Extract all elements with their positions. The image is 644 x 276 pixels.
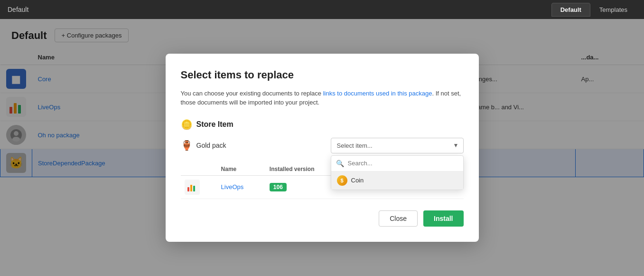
modal-footer: Close Install [181,210,464,227]
dep-name-link[interactable]: LiveOps [221,183,244,190]
store-item-icon: 🪙 [181,119,193,130]
item-select[interactable]: Select item... [331,138,464,153]
modal-description: You can choose your existing documents t… [181,89,464,107]
dep-col-name: Name [217,163,266,176]
dropdown-popup: 🔍 $ Coin [331,155,464,190]
dep-col-icon [181,163,217,176]
dep-icon-cell [181,175,217,199]
item-label: 🏺 Gold pack [181,140,226,151]
select-wrapper: Select item... ▼ 🔍 $ Coin [331,138,464,153]
modal-title: Select items to replace [181,69,464,81]
dropdown-option-coin[interactable]: $ Coin [331,171,463,190]
dep-name-cell: LiveOps [217,175,266,199]
coin-label: Coin [351,177,364,184]
search-icon: 🔍 [336,160,344,167]
top-bar-title: Default [8,6,28,13]
modal-overlay: Select items to replace You can choose y… [0,19,644,276]
gold-pack-icon: 🏺 [181,140,193,151]
search-wrapper: 🔍 [331,156,463,171]
tab-default[interactable]: Default [551,3,590,17]
modal-dialog: Select items to replace You can choose y… [166,54,479,242]
svg-rect-6 [187,187,189,191]
dep-pkg-icon [185,180,200,195]
coin-icon: $ [337,175,347,186]
top-bar: Default Default Templates [0,0,644,19]
svg-rect-7 [190,185,192,191]
item-row-gold-pack: 🏺 Gold pack Select item... ▼ 🔍 [181,138,464,153]
close-button[interactable]: Close [379,210,418,227]
main-area: Default + Configure packages Name Instal… [0,19,644,276]
dep-installed-badge: 106 [270,183,287,191]
svg-rect-8 [193,186,195,191]
tab-templates[interactable]: Templates [590,3,636,17]
search-input[interactable] [348,160,458,167]
store-item-section-header: 🪙 Store Item [181,119,464,130]
install-button[interactable]: Install [423,210,463,227]
store-item-label: Store Item [196,120,233,129]
top-bar-tabs: Default Templates [551,3,636,17]
modal-desc-link[interactable]: links to documents used in this package [323,90,432,97]
gold-pack-name: Gold pack [196,142,226,149]
